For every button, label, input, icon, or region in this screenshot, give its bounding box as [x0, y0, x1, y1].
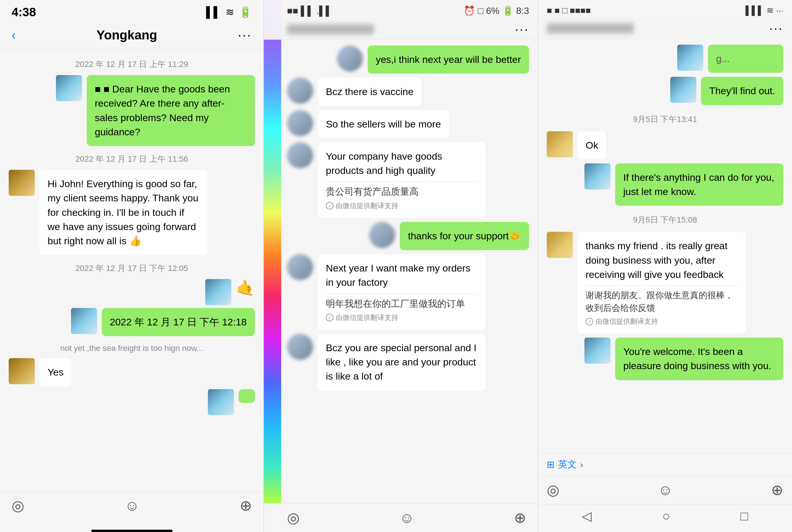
chat-header-1: ‹ Yongkang ···: [0, 22, 263, 49]
timestamp: not yet ,the sea freight is too hign now…: [9, 344, 255, 353]
bottom-bar-3: ◎ ☺ ⊕: [538, 475, 792, 504]
message-row: Bcz you are special personal and I like …: [287, 334, 529, 391]
message-row: 🤙: [9, 279, 255, 305]
avatar: [585, 338, 610, 364]
message-row: yes,i think next year will be better: [287, 45, 529, 74]
partial-text: g...: [716, 53, 730, 64]
message-bubble: So the sellers will be more: [318, 110, 449, 138]
translation-note: ✓ 由微信提供翻译支持: [326, 201, 478, 211]
back-nav-button[interactable]: ◁: [582, 509, 592, 523]
plus-button-3[interactable]: ⊕: [771, 481, 783, 498]
more-button-3[interactable]: ···: [769, 21, 783, 36]
sticker: 🤙: [236, 279, 255, 297]
emoji-button[interactable]: ☺: [125, 497, 140, 514]
status-bar-2: ■■ ▌▌ .▌▌ ⏰ □ 6% 🔋 8:3: [264, 0, 538, 19]
avatar: [677, 45, 703, 71]
message-row: Yes: [9, 358, 255, 386]
plus-button-2[interactable]: ⊕: [514, 509, 526, 526]
message-bubble: thanks for your support🤝: [400, 222, 529, 250]
more-button[interactable]: ···: [238, 28, 252, 42]
bottom-bar-2: ◎ ☺ ⊕: [264, 503, 538, 532]
panel-3: ■ ■ □ ■■■■ ▌▌▌ ≋ ··· ··· g... They'll fi…: [538, 0, 792, 532]
message-bubble: Hi John! Everything is good so far, my c…: [39, 170, 207, 255]
translation-note: ✓ 由微信提供翻译支持: [326, 312, 478, 323]
avatar-blurred: [287, 334, 313, 360]
chat-header-2: ···: [264, 19, 538, 40]
check-icon: ✓: [326, 314, 333, 321]
message-bubble: ■ ■ Dear Have the goods been received? A…: [87, 75, 255, 146]
avatar: [585, 164, 610, 190]
translation-text: 贵公司有货产品质量高: [326, 185, 478, 198]
timestamp: 2022 年 12 月 17 日 上午 11:56: [9, 154, 255, 165]
chat-header-3: ···: [538, 18, 792, 39]
message-row: 2022 年 12 月 17 日 下午 12:18: [9, 308, 255, 336]
lang-icon: ⊞: [547, 459, 555, 470]
message-bubble: You're welcome. It's been a pleasure doi…: [615, 338, 783, 380]
avatar: [208, 389, 234, 415]
contact-name-blurred: [287, 24, 374, 35]
avatar: [670, 77, 696, 103]
message-bubble: 2022 年 12 月 17 日 下午 12:18: [102, 308, 255, 336]
timestamp: 9月5日 下午13:41: [547, 114, 783, 125]
chevron-right-icon: ›: [580, 459, 583, 470]
message-row: They'll find out.: [547, 77, 783, 105]
message-bubble: Bcz you are special personal and I like …: [318, 334, 486, 391]
message-bubble: thanks my friend . its really great doin…: [577, 232, 745, 334]
panel-1: 4:38 ▌▌ ≋ 🔋 ‹ Yongkang ··· 2022 年 12 月 1…: [0, 0, 264, 532]
battery-icon: 🔋: [239, 6, 252, 18]
check-icon-3: ✓: [586, 318, 593, 325]
message-bubble: Next year I want make my orders in your …: [318, 254, 486, 330]
lang-label: 英文: [558, 458, 577, 471]
avatar-blurred: [337, 45, 363, 72]
message-bubble: g...: [708, 45, 783, 73]
status-time: 4:38: [12, 5, 36, 19]
timestamp: 2022 年 12 月 17 日 下午 12:05: [9, 263, 255, 274]
bottom-bar-1: ◎ ☺ ⊕: [0, 491, 263, 526]
home-nav-button[interactable]: ○: [662, 509, 670, 523]
recents-nav-button[interactable]: □: [740, 509, 748, 523]
mic-button-2[interactable]: ◎: [287, 509, 300, 526]
message-row: thanks for your support🤝: [287, 222, 529, 250]
message-row: Hi John! Everything is good so far, my c…: [9, 170, 255, 255]
messages-area-1: 2022 年 12 月 17 日 上午 11:29 ■ ■ Dear Have …: [0, 49, 263, 491]
status-left-2: ■■ ▌▌ .▌▌: [287, 5, 332, 16]
message-row: Your company have goods products and hig…: [287, 142, 529, 218]
message-row: You're welcome. It's been a pleasure doi…: [547, 338, 783, 380]
messages-area-2: yes,i think next year will be better Bcz…: [264, 40, 538, 503]
message-row: [9, 389, 255, 415]
avatar-blurred: [287, 254, 313, 280]
message-bubble: yes,i think next year will be better: [368, 45, 529, 74]
message-row: If there's anything I can do for you, ju…: [547, 164, 783, 206]
back-button[interactable]: ‹: [12, 28, 16, 42]
mic-button[interactable]: ◎: [12, 497, 24, 514]
plus-button[interactable]: ⊕: [240, 497, 252, 514]
status-left-3: ■ ■ □ ■■■■: [547, 5, 591, 15]
avatar-blurred: [287, 142, 313, 168]
mic-button-3[interactable]: ◎: [547, 481, 559, 498]
check-icon: ✓: [326, 202, 333, 209]
message-row: Bcz there is vaccine: [287, 78, 529, 106]
avatar: [205, 279, 231, 305]
chat-title: Yongkang: [96, 28, 157, 42]
signal-icon: ▌▌: [206, 6, 221, 18]
status-icons-3-left: ■ ■ □ ■■■■: [547, 5, 591, 15]
translation-text: 明年我想在你的工厂里做我的订单: [326, 297, 478, 310]
nav-bar-3: ◁ ○ □: [538, 504, 792, 532]
emoji-button-3[interactable]: ☺: [658, 481, 673, 498]
message-bubble: [239, 389, 255, 403]
avatar-blurred: [287, 78, 313, 104]
lang-toggle[interactable]: ⊞ 英文 ›: [538, 453, 792, 475]
messages-area-3: g... They'll find out. 9月5日 下午13:41 Ok: [538, 39, 792, 453]
translation-text-3: 谢谢我的朋友。跟你做生意真的很棒，收到后会给你反馈: [586, 289, 737, 314]
emoji-button-2[interactable]: ☺: [400, 509, 414, 526]
status-right-2: ⏰ □ 6% 🔋 8:3: [463, 5, 529, 16]
avatar: [9, 358, 35, 384]
message-row: thanks my friend . its really great doin…: [547, 232, 783, 334]
more-button-2[interactable]: ···: [515, 22, 529, 37]
message-bubble: Yes: [39, 358, 72, 386]
message-bubble: Bcz there is vaccine: [318, 78, 422, 106]
avatar: [71, 308, 97, 334]
message-bubble: Your company have goods products and hig…: [318, 142, 486, 218]
message-bubble: Ok: [577, 131, 606, 159]
wifi-icon: ≋: [225, 6, 234, 18]
